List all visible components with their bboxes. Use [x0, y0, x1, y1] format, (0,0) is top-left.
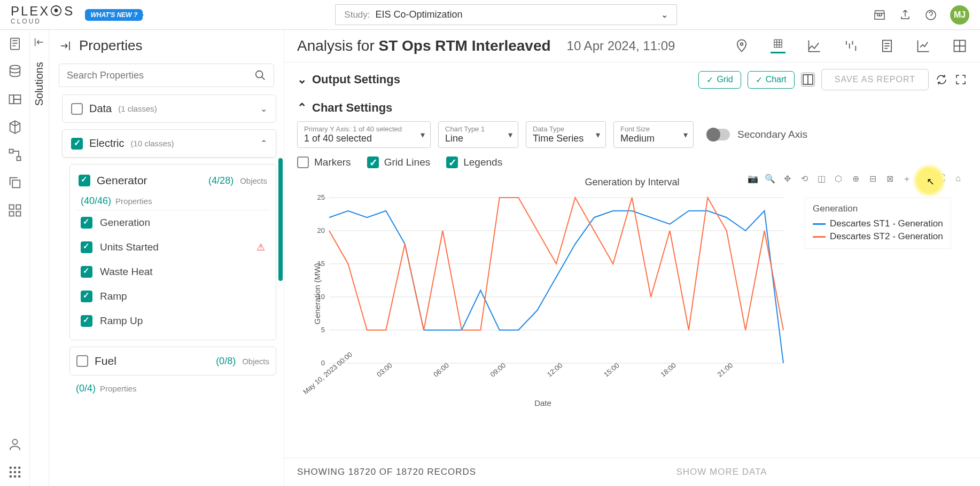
collapse-icon[interactable]	[33, 36, 45, 48]
pan-icon[interactable]: ✥	[781, 174, 793, 185]
cube-icon[interactable]	[7, 120, 22, 135]
whats-new-badge[interactable]: WHAT'S NEW ?	[85, 9, 143, 21]
autoscale-icon[interactable]: ⊠	[884, 174, 896, 185]
legends-checkbox[interactable]: Legends	[446, 156, 502, 168]
zoomin-icon[interactable]: ⊕	[850, 174, 861, 185]
output-settings-header[interactable]: ⌄Output Settings	[297, 73, 400, 87]
object-ratio: (0/8)	[216, 356, 236, 367]
analytics-icon[interactable]	[916, 38, 931, 53]
subgroup-name: Fuel	[95, 355, 116, 367]
checkbox[interactable]	[81, 241, 92, 253]
study-value: EIS Co-Optimization	[376, 9, 656, 20]
fullscreen-icon[interactable]	[954, 73, 967, 86]
gridlines-checkbox[interactable]: Grid Lines	[367, 156, 431, 168]
checkbox[interactable]	[81, 266, 92, 278]
save-report-button[interactable]: SAVE AS REPORT	[821, 69, 929, 90]
svg-text:May 10, 2023 00:00: May 10, 2023 00:00	[301, 350, 354, 395]
group-name: Data	[89, 103, 112, 115]
property-row[interactable]: Waste Heat	[76, 260, 269, 284]
select-icon[interactable]: ◫	[815, 174, 827, 185]
checkbox[interactable]	[79, 175, 90, 186]
markers-checkbox[interactable]: Markers	[297, 156, 351, 168]
plus-icon[interactable]: ＋	[901, 174, 913, 185]
checkbox[interactable]	[71, 103, 83, 115]
solutions-tab[interactable]: Solutions	[30, 30, 49, 486]
dashboard-icon[interactable]	[952, 38, 967, 53]
svg-rect-3	[9, 95, 13, 104]
apps-icon[interactable]	[7, 465, 22, 480]
refresh-icon[interactable]	[935, 73, 948, 86]
study-selector[interactable]: Study: EIS Co-Optimization ⌄	[335, 4, 677, 25]
legend-item[interactable]: Descartes ST1 - Generation	[813, 217, 943, 230]
search-input[interactable]	[67, 70, 254, 81]
chevron-down-icon: ▾	[683, 130, 688, 140]
subgroup-name: Generator	[97, 174, 147, 187]
checkbox[interactable]	[81, 217, 92, 229]
layers-icon[interactable]	[7, 92, 22, 107]
layout-icon[interactable]	[801, 73, 815, 87]
subgroup-header[interactable]: Generator (4/28) Objects	[76, 171, 269, 190]
property-row[interactable]: Ramp	[76, 284, 269, 309]
svg-text:21:00: 21:00	[716, 361, 735, 378]
grid-toggle[interactable]: ✓Grid	[698, 71, 741, 89]
grid-icon[interactable]	[7, 203, 22, 218]
home-icon[interactable]: ⌂	[952, 174, 964, 185]
nav-rail	[0, 30, 30, 486]
property-row[interactable]: Ramp Up	[76, 309, 269, 333]
object-label: Objects	[242, 357, 269, 366]
legend-item[interactable]: Descartes ST2 - Generation	[813, 230, 943, 243]
tag-icon[interactable]: ⬡	[833, 174, 844, 185]
svg-point-13	[12, 440, 17, 444]
checkbox[interactable]	[81, 291, 92, 302]
zoom-icon[interactable]: 🔍	[764, 174, 776, 185]
help-icon[interactable]	[924, 9, 937, 21]
property-row[interactable]: Generation	[76, 210, 269, 235]
group-count: (1 classes)	[118, 104, 157, 113]
expand-icon[interactable]	[59, 40, 72, 52]
group-data[interactable]: Data (1 classes) ⌄	[62, 95, 276, 123]
lasso-icon[interactable]: ⟲	[798, 174, 810, 185]
checkbox[interactable]	[76, 355, 88, 367]
chart-plot[interactable]: Generation (MW) 0510152025May 10, 2023 0…	[297, 192, 789, 395]
table-icon[interactable]	[771, 38, 785, 53]
logo-text: PLEX⦿S	[11, 5, 74, 18]
font-size-dropdown[interactable]: Font Size Medium ▾	[613, 121, 694, 148]
subgroup-fuel[interactable]: Fuel (0/8) Objects	[69, 347, 276, 375]
svg-rect-5	[13, 99, 20, 104]
solutions-label: Solutions	[33, 62, 45, 106]
location-icon[interactable]	[734, 38, 749, 53]
waterfall-icon[interactable]	[843, 38, 858, 53]
svg-text:06:00: 06:00	[432, 361, 450, 378]
checkbox[interactable]	[81, 315, 92, 327]
chart-type-dropdown[interactable]: Chart Type 1 Line ▾	[438, 121, 518, 148]
property-row[interactable]: Units Started⚠	[76, 235, 269, 260]
zoomout-icon[interactable]: ⊟	[867, 174, 878, 185]
database-icon[interactable]	[7, 64, 22, 79]
share-icon[interactable]	[899, 9, 912, 21]
report-icon[interactable]	[880, 38, 895, 53]
copy-icon[interactable]	[7, 175, 22, 190]
svg-rect-8	[12, 180, 20, 187]
group-electric[interactable]: Electric (10 classes) ⌃	[62, 129, 276, 158]
svg-point-18	[13, 471, 16, 474]
secondary-axis-toggle[interactable]	[706, 129, 730, 140]
analysis-title: Analysis for ST Ops RTM Interleaved	[297, 37, 551, 54]
chart-settings-header[interactable]: ⌃Chart Settings	[297, 101, 392, 115]
chevron-down-icon: ▾	[421, 130, 425, 140]
flow-icon[interactable]	[7, 147, 22, 162]
user-avatar[interactable]: MJ	[950, 5, 969, 25]
svg-text:03:00: 03:00	[375, 361, 394, 378]
camera-icon[interactable]: 📷	[747, 174, 759, 185]
chart-icon[interactable]	[807, 38, 822, 53]
properties-search[interactable]	[59, 64, 274, 87]
user-icon[interactable]	[7, 437, 22, 452]
properties-title: Properties	[79, 37, 143, 54]
scrollbar[interactable]	[278, 158, 283, 281]
primary-axis-dropdown[interactable]: Primary Y Axis: 1 of 40 selected 1 of 40…	[297, 121, 431, 148]
show-more-button[interactable]: SHOW MORE DATA	[676, 467, 767, 477]
data-type-dropdown[interactable]: Data Type Time Series ▾	[526, 121, 606, 148]
chart-toggle[interactable]: ✓Chart	[748, 71, 795, 89]
marketplace-icon[interactable]	[873, 9, 886, 21]
checkbox[interactable]	[71, 138, 83, 150]
document-icon[interactable]	[7, 36, 22, 51]
